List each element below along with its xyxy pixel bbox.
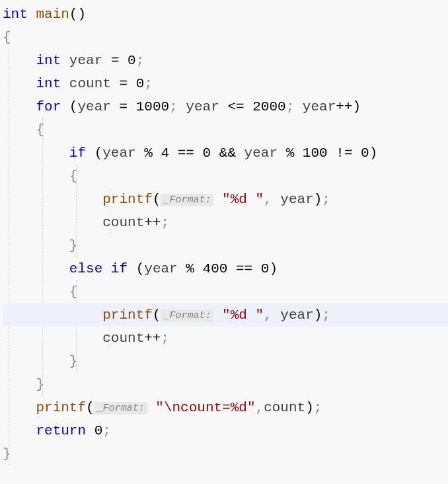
code-line[interactable]: { [3,165,448,188]
comma: , [256,400,264,415]
identifier: year [244,145,278,161]
operator: % [286,145,295,161]
code-line[interactable]: { [3,280,448,303]
identifier: count [69,76,111,91]
semicolon: ; [169,99,178,114]
comma: , [264,192,272,207]
identifier: year [303,99,336,114]
brace-open: { [3,30,11,45]
brace-open: { [69,169,78,184]
number: 0 [361,145,369,161]
identifier: count [102,331,144,346]
paren-close: ) [314,307,322,323]
function-printf: printf [102,192,153,207]
identifier: year [186,99,219,114]
code-line[interactable]: int main() [3,3,448,26]
semicolon: ; [322,192,330,207]
number: 100 [303,145,328,161]
brace-open: { [69,284,78,300]
code-line[interactable]: printf(_Format: "\ncount=%d",count); [3,396,448,419]
semicolon: ; [161,331,169,346]
keyword-int: int [3,7,28,22]
comma: , [264,307,272,323]
paren-close: ) [269,261,278,276]
string-literal: "\ncount=%d" [155,400,255,415]
code-line-highlighted[interactable]: printf(_Format: "%d ", year); [3,303,448,327]
function-printf: printf [102,307,153,323]
paren-close: ) [352,99,361,114]
number: 0 [94,423,103,438]
code-line[interactable]: int count = 0; [3,72,448,95]
code-line[interactable]: } [3,442,448,465]
identifier: year [69,53,102,68]
operator: = [111,53,120,68]
keyword-int: int [36,53,61,68]
identifier: year [280,307,313,323]
paren-open: ( [136,261,145,276]
brace-open: { [36,122,44,138]
paren-open: ( [94,145,103,161]
keyword-for: for [36,99,61,114]
code-line[interactable]: { [3,118,448,141]
number: 0 [203,145,211,161]
brace-close: } [69,354,78,369]
identifier: year [280,192,313,207]
function-printf: printf [36,400,86,415]
string-literal: "%d " [222,192,264,207]
number: 0 [128,53,136,68]
code-line[interactable]: { [3,26,448,49]
operator: ++ [144,331,161,346]
code-line[interactable]: printf(_Format: "%d ", year); [3,188,448,211]
code-line[interactable]: } [3,234,448,257]
code-line[interactable]: } [3,373,448,396]
keyword-else: else [69,261,102,276]
operator: == [178,145,194,161]
number: 2000 [252,99,285,114]
paren-open: ( [69,99,78,114]
paren-close: ) [369,145,378,161]
number: 1000 [136,99,169,114]
code-line[interactable]: int year = 0; [3,49,448,72]
identifier: year [77,99,110,114]
semicolon: ; [144,76,153,91]
keyword-if: if [111,261,128,276]
code-editor[interactable]: int main() { int year = 0; int count = 0… [0,0,448,465]
operator: % [186,261,194,276]
operator: <= [227,99,244,114]
semicolon: ; [322,307,330,323]
keyword-return: return [36,423,86,438]
operator: ++ [336,99,352,114]
keyword-int: int [36,76,61,91]
paren-close: ) [314,192,322,207]
parens: () [69,7,86,22]
operator: == [236,261,252,276]
identifier: year [102,145,135,161]
operator: != [336,145,352,161]
operator: ++ [144,215,161,230]
code-line[interactable]: for (year = 1000; year <= 2000; year++) [3,95,448,118]
operator: = [119,76,128,91]
keyword-if: if [69,145,86,161]
identifier: count [264,400,305,415]
number: 400 [203,261,228,276]
identifier: count [102,215,144,230]
code-line[interactable]: return 0; [3,419,448,442]
number: 4 [161,145,170,161]
number: 0 [136,76,145,91]
paren-open: ( [153,192,161,207]
param-hint: _Format: [161,309,213,322]
code-line[interactable]: count++; [3,327,448,350]
operator: && [219,145,236,161]
code-line[interactable]: else if (year % 400 == 0) [3,257,448,280]
semicolon: ; [314,400,322,415]
brace-close: } [69,238,78,253]
identifier: year [144,261,177,276]
code-line[interactable]: if (year % 4 == 0 && year % 100 != 0) [3,141,448,165]
param-hint: _Format: [94,402,147,415]
brace-close: } [36,377,44,392]
paren-close: ) [305,400,314,415]
semicolon: ; [161,215,169,230]
code-line[interactable]: count++; [3,211,448,234]
paren-open: ( [86,400,94,415]
code-line[interactable]: } [3,350,448,373]
